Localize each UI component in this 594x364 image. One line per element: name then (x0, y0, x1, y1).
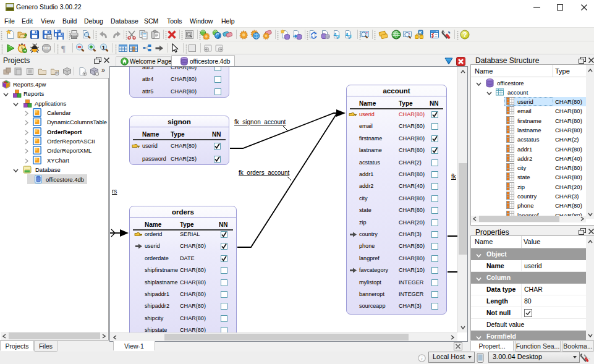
svg-text:gl: gl (348, 34, 352, 39)
svg-text:STOP: STOP (43, 47, 50, 50)
svg-text:¶: ¶ (61, 44, 66, 54)
svg-text:gl: gl (336, 34, 340, 39)
svg-text:?: ? (463, 31, 467, 38)
svg-text:1: 1 (102, 44, 106, 51)
